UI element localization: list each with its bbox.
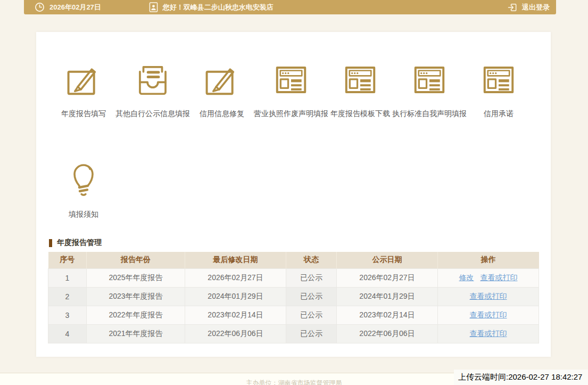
menu-item-label: 填报须知 (69, 210, 98, 219)
browser-window-icon (411, 61, 448, 96)
cell-publish-date: 2024年01月29日 (337, 287, 438, 306)
menu-item-label: 年度报告模板下载 (330, 109, 390, 119)
cell-serial-no: 3 (48, 306, 87, 324)
annual-report-table: 序号 报告年份 最后修改日期 状态 公示日期 操作 1 2025年年度报告 20… (48, 252, 539, 343)
topbar: 2026年02月27日 您好！双峰县二步山秋忠水电安装店 退出登录 (24, 0, 556, 14)
lightbulb-icon (71, 159, 96, 201)
view-or-print-link[interactable]: 查看或打印 (470, 329, 507, 338)
header-status: 状态 (286, 252, 337, 268)
cell-last-modified: 2026年02月27日 (185, 268, 286, 287)
cell-status: 已公示 (286, 268, 337, 287)
modify-link[interactable]: 修改 (459, 273, 474, 282)
cell-last-modified: 2024年01月29日 (185, 287, 286, 306)
cell-actions: 查看或打印 (438, 324, 539, 343)
logout-label: 退出登录 (522, 3, 550, 12)
view-or-print-link[interactable]: 查看或打印 (470, 292, 507, 300)
menu-item-license-void-declaration[interactable]: 营业执照作废声明填报 (256, 61, 326, 119)
header-publish-date: 公示日期 (337, 252, 438, 268)
browser-window-icon (480, 61, 517, 96)
main-card: 年度报告填写 其他自行公示信息填报 信用信息修复 (36, 32, 551, 357)
upload-time-text: 上传云端时间:2026-02-27 18:42:27 (458, 372, 582, 382)
cell-report-year: 2023年年度报告 (87, 287, 185, 306)
cell-last-modified: 2023年02月14日 (185, 306, 286, 324)
cell-status: 已公示 (286, 306, 337, 324)
menu-item-label: 信用信息修复 (200, 109, 244, 119)
cell-report-year: 2021年年度报告 (87, 324, 185, 343)
inbox-document-icon (134, 61, 171, 96)
edit-pencil-icon (203, 61, 241, 96)
header-actions: 操作 (438, 252, 539, 268)
upload-time-overlay: 上传云端时间:2026-02-27 18:42:27 (454, 370, 588, 385)
logout-button[interactable]: 退出登录 (503, 2, 550, 13)
cell-serial-no: 2 (48, 287, 87, 306)
table-row: 1 2025年年度报告 2026年02月27日 已公示 2026年02月27日 … (48, 268, 539, 287)
menu-item-label: 营业执照作废声明填报 (254, 109, 328, 119)
table-row: 2 2023年年度报告 2024年01月29日 已公示 2024年01月29日 … (48, 287, 539, 306)
browser-window-icon (342, 61, 379, 96)
browser-window-icon (272, 61, 310, 96)
menu-item-credit-repair[interactable]: 信用信息修复 (187, 61, 256, 119)
menu-item-credit-commitment[interactable]: 信用承诺 (464, 61, 533, 119)
view-or-print-link[interactable]: 查看或打印 (480, 273, 517, 282)
annual-report-page: { "topbar": { "date": "2026年02月27日", "gr… (0, 0, 588, 385)
logout-icon (507, 2, 518, 13)
menu-item-label: 其他自行公示信息填报 (115, 109, 190, 119)
view-or-print-link[interactable]: 查看或打印 (470, 310, 507, 319)
current-date: 2026年02月27日 (49, 3, 101, 12)
menu-item-filing-notice[interactable]: 填报须知 (49, 159, 118, 219)
cell-report-year: 2025年年度报告 (87, 268, 185, 287)
cell-status: 已公示 (286, 287, 337, 306)
table-row: 3 2022年年度报告 2023年02月14日 已公示 2023年02月14日 … (48, 306, 539, 324)
cell-publish-date: 2023年02月14日 (337, 306, 438, 324)
menu-item-report-template-download[interactable]: 年度报告模板下载 (326, 61, 395, 119)
notice-row: 填报须知 (49, 159, 118, 219)
header-report-year: 报告年份 (87, 252, 185, 268)
menu-item-annual-report-fill[interactable]: 年度报告填写 (49, 61, 118, 119)
user-icon (149, 2, 158, 12)
host-unit-text: 主办单位：湖南省市场监督管理局 (246, 379, 342, 385)
cell-publish-date: 2026年02月27日 (337, 268, 438, 287)
menu-item-label: 执行标准自我声明填报 (392, 109, 467, 119)
cell-last-modified: 2022年06月06日 (185, 324, 286, 343)
cell-actions: 修改 查看或打印 (438, 268, 539, 287)
menu-item-label: 信用承诺 (484, 109, 514, 119)
menu-item-other-publicity-info[interactable]: 其他自行公示信息填报 (118, 61, 187, 119)
cell-actions: 查看或打印 (438, 287, 539, 306)
cell-serial-no: 1 (48, 268, 87, 287)
menu-item-standard-self-declaration[interactable]: 执行标准自我声明填报 (395, 61, 464, 119)
cell-serial-no: 4 (48, 324, 87, 343)
clock-icon (35, 2, 45, 12)
cell-report-year: 2022年年度报告 (87, 306, 185, 324)
cell-actions: 查看或打印 (438, 306, 539, 324)
section-marker (49, 239, 52, 247)
cell-publish-date: 2022年06月06日 (337, 324, 438, 343)
menu-item-label: 年度报告填写 (61, 109, 106, 119)
function-menu: 年度报告填写 其他自行公示信息填报 信用信息修复 (49, 61, 533, 119)
edit-pencil-icon (65, 61, 102, 96)
section-title-text: 年度报告管理 (57, 238, 102, 248)
section-title-annual-report-management: 年度报告管理 (49, 238, 102, 248)
user-greeting: 您好！双峰县二步山秋忠水电安装店 (163, 3, 274, 12)
table-row: 4 2021年年度报告 2022年06月06日 已公示 2022年06月06日 … (48, 324, 539, 343)
header-last-modified: 最后修改日期 (185, 252, 286, 268)
cell-status: 已公示 (286, 324, 337, 343)
header-serial-no: 序号 (48, 252, 87, 268)
table-header-row: 序号 报告年份 最后修改日期 状态 公示日期 操作 (48, 252, 539, 268)
